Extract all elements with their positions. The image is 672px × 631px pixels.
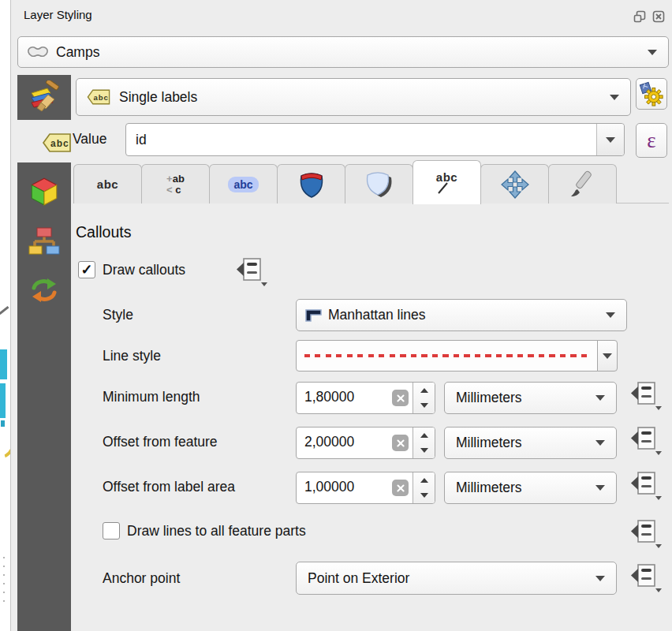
offset-from-feature-spinbox[interactable]: 2,00000 [296,427,435,459]
map-feature-fragment [0,306,9,315]
svg-text:abc: abc [94,93,109,102]
spin-down-icon [420,448,428,453]
anchor-point-value: Point on Exterior [308,570,409,587]
chevron-down-icon [648,50,657,55]
offset-from-label-area-spinbox[interactable]: 1,00000 [296,472,435,504]
value-field-combo[interactable]: id [125,123,625,156]
data-defined-override-button[interactable] [629,425,663,455]
gear-icon [639,81,664,106]
checkmark: ✓ [80,261,92,278]
unit-value: Millimeters [456,480,522,496]
spinner[interactable] [413,428,435,458]
style-label: Style [103,307,133,323]
render-brush-icon [569,170,597,199]
data-defined-override-icon [235,256,268,286]
offset-from-label-area-label: Offset from label area [103,479,235,495]
epsilon-icon: ε [647,129,655,153]
chevron-down-icon [610,95,619,100]
tab-text-label: abc [97,177,118,191]
clear-value-button[interactable] [392,480,409,496]
clear-value-button[interactable] [392,390,409,406]
draw-lines-all-parts-checkbox[interactable] [103,522,120,540]
move-arrows-icon [501,170,529,199]
sidebar-item-symbology[interactable] [17,75,71,120]
offset-from-label-area-unit-combo[interactable]: Millimeters [444,472,617,504]
draw-lines-all-parts-label: Draw lines to all feature parts [127,523,306,540]
minimum-length-unit-combo[interactable]: Millimeters [444,382,617,414]
data-defined-override-button[interactable] [629,380,663,410]
callout-style-value: Manhattan lines [328,307,426,323]
panel-title: Layer Styling [24,8,92,21]
unit-value: Millimeters [456,435,522,451]
spinner[interactable] [413,472,435,503]
close-icon [651,9,666,24]
spin-up-icon [420,388,428,393]
diagram-icon [28,226,61,257]
tab-background[interactable] [277,164,345,203]
callout-style-combo[interactable]: Manhattan lines [296,299,627,331]
tab-text[interactable]: abc [73,164,142,203]
tab-shadow[interactable] [345,164,413,203]
label-method-value: Single labels [119,89,197,106]
chevron-down-icon [595,440,605,446]
combo-arrow-segment[interactable] [596,124,624,155]
abc-tag-icon: abc [86,88,111,106]
spin-down-icon [420,493,428,498]
labels-abc-tag-icon: abc [41,132,73,154]
line-style-preview-button[interactable] [296,340,598,372]
tab-formatting[interactable]: +ab < c [141,164,210,203]
layer-styling-panel: Layer Styling Camps [0,0,672,631]
minimum-length-spinbox[interactable]: 1,80000 [296,382,435,414]
sidebar-item-labels[interactable]: abc [41,131,73,155]
shield-background-icon [297,170,327,200]
tab-buffer-label: abc [228,177,258,192]
map-feature-fragment [0,349,7,379]
draw-callouts-label: Draw callouts [103,262,185,278]
tab-callouts[interactable]: abc [413,160,481,204]
expression-builder-button[interactable]: ε [636,123,667,158]
offset-from-feature-unit-combo[interactable]: Millimeters [444,427,617,459]
line-style-dropdown-button[interactable] [597,340,618,372]
tab-placement[interactable] [480,164,549,203]
offset-from-label-area-value: 1,00000 [297,472,392,503]
history-arrows-icon [28,274,61,306]
label-method-combo[interactable]: abc Single labels [76,78,631,116]
data-defined-override-button[interactable] [235,256,268,286]
red-dashed-line-preview [304,354,591,357]
clear-value-button[interactable] [392,435,409,451]
shadow-blob-icon [364,170,395,200]
spinner[interactable] [413,383,435,413]
map-feature-fragment [0,383,6,418]
anchor-point-label: Anchor point [103,570,180,587]
sidebar-lower-block [17,162,71,631]
draw-callouts-checkbox[interactable]: ✓ [78,261,95,278]
tab-formatting-label: +ab < c [166,174,185,196]
tab-callouts-label: abc [436,172,458,194]
paintbrush-icon [27,80,62,115]
close-panel-button[interactable] [651,9,666,24]
layer-name: Camps [56,44,99,61]
float-panel-button[interactable] [633,9,647,24]
data-defined-override-button[interactable] [629,470,663,500]
automated-placement-settings-button[interactable] [636,78,667,110]
tab-buffer[interactable]: abc [209,164,278,203]
callouts-heading: Callouts [76,223,131,241]
offset-from-feature-value: 2,00000 [297,428,392,458]
chevron-down-icon [595,395,605,401]
float-icon [633,9,647,24]
anchor-point-combo[interactable]: Point on Exterior [296,562,617,595]
value-label: Value [73,131,106,147]
data-defined-override-button[interactable] [629,518,663,548]
sidebar-item-3d-view[interactable] [28,175,61,208]
layer-selector-combo[interactable]: Camps [17,36,669,68]
sidebar-item-diagrams[interactable] [28,226,61,257]
minimum-length-value: 1,80000 [297,383,392,413]
tab-rendering[interactable] [548,164,617,203]
sidebar-item-history[interactable] [28,274,61,306]
data-defined-override-button[interactable] [629,562,663,592]
panel-resize-handle[interactable] [3,557,5,602]
spin-down-icon [420,403,428,408]
map-feature-fragment [1,420,5,427]
chevron-down-icon [603,353,612,359]
minimum-length-label: Minimum length [103,389,200,405]
